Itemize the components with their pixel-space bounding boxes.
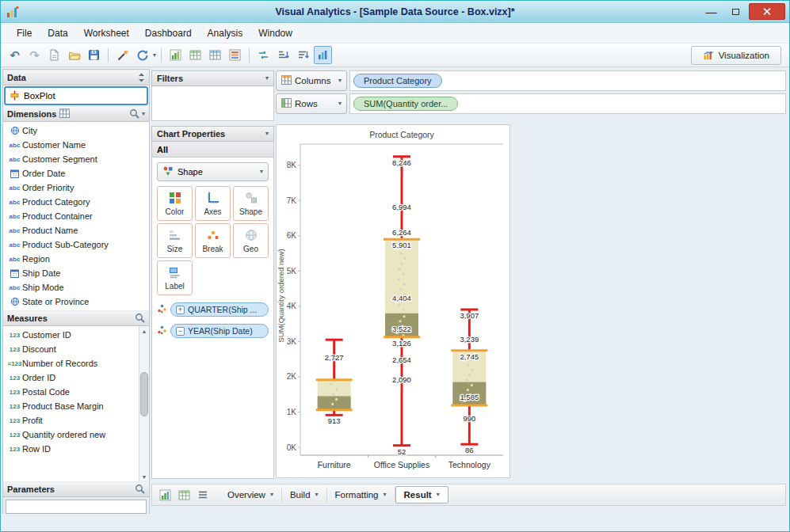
filters-dropzone[interactable] <box>151 86 274 121</box>
save-icon[interactable] <box>85 46 103 64</box>
refresh-menu-caret-icon[interactable]: ▾ <box>153 52 156 59</box>
refresh-icon[interactable] <box>133 46 151 64</box>
color-binding-button[interactable]: Color <box>157 186 193 221</box>
redo-icon[interactable]: ↷ <box>25 46 44 64</box>
measure-postal-code[interactable]: 123Postal Code <box>3 385 139 399</box>
collapse-icon[interactable]: − <box>176 327 185 336</box>
dimension-product-name[interactable]: abcProduct Name <box>3 223 149 238</box>
dimension-city[interactable]: City <box>3 124 149 138</box>
minimize-button[interactable]: — <box>700 3 723 20</box>
measure-discount[interactable]: 123Discount <box>3 342 139 356</box>
sort-ascending-icon[interactable] <box>274 46 292 64</box>
chevron-down-icon[interactable]: ▾ <box>315 492 319 498</box>
chart-style-icon[interactable] <box>314 46 332 64</box>
measure-row-id[interactable]: 123Row ID <box>3 442 139 456</box>
table-icon[interactable] <box>59 108 70 120</box>
label-binding-button[interactable]: Label <box>157 260 193 295</box>
chevron-down-icon[interactable]: ▾ <box>260 169 263 175</box>
measures-header[interactable]: Measures <box>3 310 149 326</box>
chevron-down-icon[interactable]: ▾ <box>270 492 273 498</box>
parameters-list[interactable] <box>6 500 147 514</box>
measure-quantity-ordered-new[interactable]: 123Quantity ordered new <box>3 428 139 442</box>
chevron-down-icon[interactable]: ▾ <box>384 492 387 498</box>
insert-crosstab-icon[interactable] <box>186 46 204 64</box>
sort-descending-icon[interactable] <box>294 46 312 64</box>
chevron-down-icon[interactable]: ▾ <box>338 78 342 84</box>
chevron-down-icon[interactable]: ▾ <box>265 131 269 137</box>
measure-product-base-margin[interactable]: 123Product Base Margin <box>3 399 139 413</box>
filters-header[interactable]: Filters ▾ <box>151 70 274 86</box>
crosstab-view-icon[interactable] <box>175 486 193 504</box>
new-document-icon[interactable] <box>45 46 63 64</box>
chevron-down-icon[interactable]: ▾ <box>265 75 269 82</box>
maximize-button[interactable] <box>724 3 747 20</box>
swap-axes-icon[interactable] <box>254 46 273 64</box>
menu-data[interactable]: Data <box>40 25 75 42</box>
collapse-panel-icon[interactable] <box>138 73 145 82</box>
tab-overview[interactable]: Overview▾ <box>219 487 282 503</box>
measure-order-id[interactable]: 123Order ID <box>3 370 139 385</box>
open-icon[interactable] <box>65 46 83 64</box>
menu-worksheet[interactable]: Worksheet <box>76 25 137 42</box>
columns-shelf[interactable]: Product Category <box>349 70 786 91</box>
expand-icon[interactable]: + <box>176 306 185 314</box>
insert-chart-icon[interactable] <box>166 46 185 64</box>
dimension-customer-name[interactable]: abcCustomer Name <box>3 138 149 152</box>
dimension-customer-segment[interactable]: abcCustomer Segment <box>3 152 149 166</box>
columns-pill-product-category[interactable]: Product Category <box>353 74 442 88</box>
scroll-down-icon[interactable]: ▼ <box>139 472 149 481</box>
dimension-ship-mode[interactable]: abcShip Mode <box>3 280 149 294</box>
insert-table-icon[interactable] <box>206 46 224 64</box>
menu-analysis[interactable]: Analysis <box>200 25 251 42</box>
tab-build[interactable]: Build▾ <box>282 487 327 503</box>
rows-shelf[interactable]: SUM(Quantity order... <box>349 93 786 114</box>
data-panel-header[interactable]: Data <box>3 70 149 86</box>
size-binding-button[interactable]: Size <box>157 223 193 258</box>
break-binding-button[interactable]: Break <box>195 223 231 258</box>
search-icon[interactable] <box>135 313 145 325</box>
magic-wand-icon[interactable] <box>113 46 132 64</box>
tab-result[interactable]: Result▾ <box>395 486 448 504</box>
undo-icon[interactable]: ↶ <box>6 46 24 64</box>
pill-year-ship-date[interactable]: −YEAR(Ship Date) <box>170 324 269 338</box>
dimension-product-container[interactable]: abcProduct Container <box>3 209 149 223</box>
axes-binding-button[interactable]: Axes <box>195 186 231 221</box>
chevron-down-icon[interactable]: ▾ <box>338 101 342 107</box>
chevron-down-icon[interactable]: ▾ <box>437 492 440 498</box>
chart-view-icon[interactable] <box>156 486 174 504</box>
all-section-bar[interactable]: All <box>151 142 274 158</box>
tab-formatting[interactable]: Formatting▾ <box>327 487 395 503</box>
measures-scrollbar[interactable]: ▲ ▼ <box>139 326 149 481</box>
chart-properties-header[interactable]: Chart Properties ▾ <box>151 126 274 142</box>
parameters-header[interactable]: Parameters <box>3 481 149 497</box>
dimension-region[interactable]: abcRegion <box>3 252 149 266</box>
menu-file[interactable]: File <box>9 25 40 42</box>
rows-button[interactable]: Rows ▾ <box>276 93 347 114</box>
chevron-down-icon[interactable]: ▾ <box>142 111 145 117</box>
rows-pill-sum-quantity[interactable]: SUM(Quantity order... <box>353 97 458 111</box>
datasource-item-boxplot[interactable]: BoxPlot <box>4 86 148 105</box>
chart-panel[interactable]: Product CategorySUM(Quantity ordered new… <box>276 124 510 478</box>
pill-quarter-ship[interactable]: +QUARTER(Ship ... <box>170 302 269 317</box>
dimension-state-or-province[interactable]: State or Province <box>3 294 149 309</box>
measure-profit[interactable]: 123Profit <box>3 413 139 428</box>
search-icon[interactable] <box>129 108 139 120</box>
measure-number-of-records[interactable]: =123Number of Records <box>3 356 139 370</box>
dimensions-header[interactable]: Dimensions ▾ <box>3 106 149 122</box>
dimension-ship-date[interactable]: Ship Date <box>3 266 149 280</box>
menu-window[interactable]: Window <box>250 25 300 42</box>
visualization-button[interactable]: Visualization <box>691 46 781 65</box>
menu-dashboard[interactable]: Dashboard <box>137 25 200 42</box>
dimension-product-category[interactable]: abcProduct Category <box>3 195 149 209</box>
list-view-icon[interactable] <box>194 486 212 504</box>
search-icon[interactable] <box>135 484 145 496</box>
geo-binding-button[interactable]: Geo <box>233 223 269 258</box>
dimension-order-priority[interactable]: abcOrder Priority <box>3 180 149 195</box>
scroll-up-icon[interactable]: ▲ <box>139 326 149 336</box>
dimension-order-date[interactable]: Order Date <box>3 166 149 180</box>
columns-button[interactable]: Columns ▾ <box>276 70 347 91</box>
shape-select[interactable]: Shape ▾ <box>157 162 269 181</box>
shape-binding-button[interactable]: Shape <box>233 186 269 221</box>
measure-customer-id[interactable]: 123Customer ID <box>3 328 139 342</box>
close-button[interactable]: ✕ <box>749 3 785 20</box>
